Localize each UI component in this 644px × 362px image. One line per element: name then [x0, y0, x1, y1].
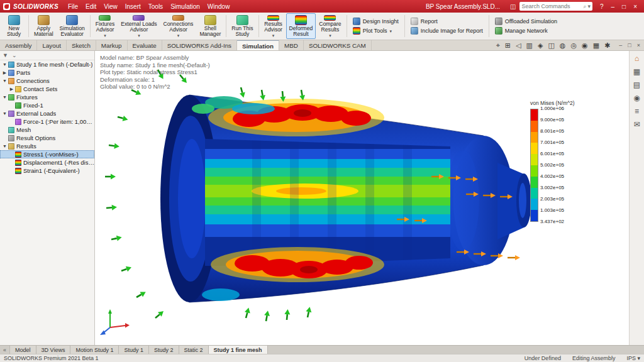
tree-item-strain1[interactable]: Strain1 (-Equivalent-) — [0, 167, 94, 175]
plot-tools-button[interactable]: Plot Tools▾ — [353, 27, 399, 35]
expander-open-icon[interactable]: ▼ — [2, 111, 8, 116]
tree-item-fixtures[interactable]: ▼Fixtures — [0, 93, 94, 101]
comments-icon[interactable]: ✉ — [633, 121, 640, 128]
design-library-icon[interactable]: ▦ — [633, 68, 640, 75]
search-dropdown-icon[interactable]: ▾ — [587, 3, 591, 9]
previous-view-icon[interactable]: ◁ — [516, 42, 521, 49]
custom-properties-icon[interactable]: ≡ — [635, 107, 639, 115]
dynamic-annotation-icon[interactable]: ◈ — [538, 42, 543, 49]
tree-item-stress1[interactable]: Stress1 (-vonMises-) — [0, 150, 94, 158]
results-advisor-button[interactable]: ResultsAdvisor▾ — [261, 13, 286, 39]
filter-tree-icon[interactable]: ▼ — [3, 52, 8, 58]
dropdown-caret-icon[interactable]: ▾ — [272, 33, 275, 38]
tree-item-study[interactable]: ▼Study 1 fine mesh (-Default-) — [0, 60, 94, 69]
expander-open-icon[interactable]: ▼ — [2, 144, 8, 148]
screenshot-icon[interactable]: ◫ — [508, 3, 518, 10]
file-explorer-icon[interactable]: ▤ — [633, 81, 640, 89]
tab-sketch[interactable]: Sketch — [67, 40, 96, 50]
tree-item-connections[interactable]: ▼Connections — [0, 77, 94, 85]
tab-motion-study-1[interactable]: Motion Study 1 — [70, 346, 119, 354]
menu-edit[interactable]: Edit — [82, 3, 99, 10]
expander-closed-icon[interactable]: ▶ — [9, 87, 14, 92]
dropdown-caret-icon[interactable]: ▾ — [389, 29, 392, 33]
tab-layout[interactable]: Layout — [37, 40, 66, 50]
tab-mbd[interactable]: MBD — [279, 40, 304, 50]
maximize-icon[interactable]: □ — [618, 3, 630, 10]
tree-options-icon[interactable]: ⌄ — [12, 52, 17, 58]
home-icon[interactable]: ⌂ — [635, 55, 639, 62]
tree-item-contact-sets[interactable]: ▶Contact Sets — [0, 85, 94, 93]
connections-advisor-button[interactable]: ConnectionsAdvisor▾ — [160, 13, 197, 39]
expander-open-icon[interactable]: ▼ — [2, 79, 8, 83]
apply-scene-icon[interactable]: ▦ — [593, 42, 599, 49]
expander-closed-icon[interactable]: ▶ — [2, 70, 8, 75]
menu-simulation[interactable]: Simulation — [167, 3, 203, 10]
shell-manager-button[interactable]: ShellManager — [196, 13, 224, 39]
status-units[interactable]: IPS ▾ — [626, 355, 640, 361]
menu-window[interactable]: Window — [204, 3, 233, 10]
tab-study-1-fine-mesh[interactable]: Study 1 fine mesh — [209, 346, 268, 354]
section-view-icon[interactable]: ▥ — [526, 42, 533, 49]
compare-results-button[interactable]: CompareResults▾ — [316, 13, 344, 39]
menu-insert[interactable]: Insert — [122, 3, 144, 10]
edit-appearance-icon[interactable]: ◉ — [582, 42, 588, 49]
tab-static-2[interactable]: Static 2 — [179, 346, 209, 354]
command-search[interactable]: ⌕ ▾ — [519, 2, 592, 11]
expander-open-icon[interactable]: ▼ — [2, 95, 8, 99]
tree-item-results[interactable]: ▼Results — [0, 142, 94, 150]
graphics-viewport[interactable]: Model name: BP Spear Assembly Study name… — [95, 51, 629, 345]
tree-item-mesh[interactable]: Mesh — [0, 126, 94, 134]
search-icon[interactable]: ⌕ — [583, 3, 586, 10]
dropdown-caret-icon[interactable]: ▾ — [329, 33, 331, 38]
zoom-to-area-icon[interactable]: ⊞ — [505, 42, 511, 49]
tab-solidworks-cam[interactable]: SOLIDWORKS CAM — [304, 40, 372, 50]
tab-evaluate[interactable]: Evaluate — [128, 40, 162, 50]
zoom-to-fit-icon[interactable]: ⌖ — [496, 42, 500, 49]
tree-item-external-loads[interactable]: ▼External Loads — [0, 109, 94, 118]
doc-restore-icon[interactable]: □ — [628, 42, 631, 48]
dropdown-caret-icon[interactable]: ▾ — [177, 33, 180, 38]
deformed-result-button[interactable]: DeformedResult — [286, 13, 316, 39]
tree-item-fixed-1[interactable]: Fixed-1 — [0, 101, 94, 109]
scroll-tabs-icon[interactable]: « — [3, 347, 6, 353]
tab-model[interactable]: Model — [10, 346, 36, 354]
tab-study-2[interactable]: Study 2 — [149, 346, 179, 354]
tree-item-force-1[interactable]: Force-1 (:Per item: 1,000 lbf:) — [0, 118, 94, 126]
tab-solidworks-add-ins[interactable]: SOLIDWORKS Add-Ins — [162, 40, 237, 50]
search-input[interactable] — [521, 3, 582, 9]
design-insight-button[interactable]: Design Insight — [353, 18, 399, 25]
tree-item-displacement1[interactable]: Displacement1 (-Res disp-) — [0, 158, 94, 167]
menu-tools[interactable]: Tools — [145, 3, 166, 10]
minimize-icon[interactable]: – — [608, 3, 619, 10]
view-settings-icon[interactable]: ✱ — [604, 42, 610, 49]
apply-material-button[interactable]: ApplyMaterial — [31, 13, 57, 39]
new-study-button[interactable]: NewStudy — [1, 13, 26, 39]
doc-close-icon[interactable]: × — [637, 42, 640, 48]
appearances-icon[interactable]: ◉ — [633, 94, 640, 102]
doc-minimize-icon[interactable]: – — [619, 42, 622, 48]
manage-network-button[interactable]: Manage Network — [495, 27, 557, 35]
tab-simulation[interactable]: Simulation — [237, 40, 279, 50]
external-loads-advisor-button[interactable]: External LoadsAdvisor▾ — [118, 13, 160, 39]
dropdown-caret-icon[interactable]: ▾ — [138, 33, 140, 38]
dropdown-caret-icon[interactable]: ▾ — [104, 33, 106, 38]
expander-open-icon[interactable]: ▼ — [2, 62, 8, 67]
run-this-study-button[interactable]: Run ThisStudy — [228, 13, 256, 39]
tab-assembly[interactable]: Assembly — [0, 40, 37, 50]
offloaded-simulation-button[interactable]: Offloaded Simulation — [495, 18, 557, 25]
hide-show-items-icon[interactable]: ◎ — [570, 42, 577, 49]
menu-file[interactable]: File — [65, 3, 81, 10]
simulation-evaluator-button[interactable]: SimulationEvaluator — [57, 13, 88, 39]
tab-study-1[interactable]: Study 1 — [119, 346, 149, 354]
display-style-icon[interactable]: ◍ — [560, 42, 566, 49]
tree-item-parts[interactable]: ▶Parts — [0, 69, 94, 77]
tab-3d-views[interactable]: 3D Views — [36, 346, 71, 354]
view-orientation-icon[interactable]: ◫ — [548, 42, 554, 49]
menu-view[interactable]: View — [101, 3, 121, 10]
tree-item-result-options[interactable]: Result Options — [0, 134, 94, 142]
report-button[interactable]: Report — [411, 18, 483, 25]
close-icon[interactable]: × — [630, 3, 641, 10]
fixtures-advisor-button[interactable]: FixturesAdvisor▾ — [92, 13, 118, 39]
include-image-for-report-button[interactable]: Include Image for Report — [411, 27, 483, 35]
help-icon[interactable]: ? — [597, 3, 606, 10]
